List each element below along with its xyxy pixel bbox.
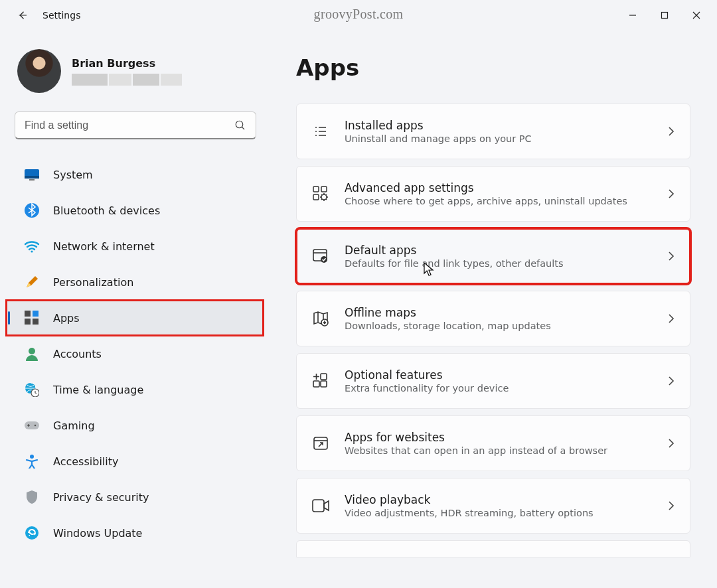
sidebar-item-label: Accessibility <box>53 455 118 468</box>
maximize-button[interactable] <box>649 5 680 25</box>
svg-rect-27 <box>313 381 319 387</box>
avatar <box>17 49 61 93</box>
sidebar-item-apps[interactable]: Apps <box>7 301 263 335</box>
wifi-icon <box>24 238 40 254</box>
apps-icon <box>24 310 40 326</box>
svg-rect-21 <box>321 186 327 192</box>
shield-icon <box>24 489 40 505</box>
sidebar-item-label: Windows Update <box>53 527 142 540</box>
card-offline-maps[interactable]: Offline maps Downloads, storage location… <box>296 291 690 346</box>
page-title: Apps <box>296 54 690 81</box>
globe-clock-icon <box>24 382 40 398</box>
maximize-icon <box>661 11 669 19</box>
svg-rect-15 <box>25 421 39 429</box>
paintbrush-icon <box>24 274 40 290</box>
svg-point-18 <box>30 455 34 459</box>
search-box[interactable] <box>15 111 256 139</box>
sidebar-item-update[interactable]: Windows Update <box>11 516 258 550</box>
bluetooth-icon <box>24 202 40 218</box>
sidebar-nav: System Bluetooth & devices Network & int… <box>11 157 263 551</box>
search-input[interactable] <box>25 119 234 131</box>
sidebar-item-system[interactable]: System <box>11 157 258 192</box>
sidebar-item-label: Apps <box>53 312 80 325</box>
svg-point-7 <box>31 250 33 252</box>
svg-rect-1 <box>662 13 668 19</box>
svg-rect-28 <box>321 381 327 387</box>
sidebar-item-label: System <box>53 169 93 181</box>
card-title: Video playback <box>345 493 653 506</box>
accessibility-icon <box>24 453 40 469</box>
svg-rect-8 <box>25 311 31 317</box>
sidebar-item-network[interactable]: Network & internet <box>11 229 258 263</box>
card-advanced-app-settings[interactable]: Advanced app settings Choose where to ge… <box>296 166 690 222</box>
svg-rect-30 <box>314 437 327 449</box>
chevron-right-icon <box>667 188 675 200</box>
svg-point-12 <box>29 348 35 354</box>
svg-rect-5 <box>29 179 35 181</box>
svg-rect-29 <box>321 374 327 380</box>
chevron-right-icon <box>667 437 675 449</box>
card-subtitle: Choose where to get apps, archive apps, … <box>345 196 653 206</box>
system-icon <box>24 167 40 183</box>
card-title: Optional features <box>345 368 653 382</box>
main-content: Apps Installed apps Uninstall and manage… <box>263 31 717 588</box>
profile-block[interactable]: Brian Burgess <box>17 49 263 93</box>
back-button[interactable] <box>11 3 35 27</box>
chevron-right-icon <box>667 250 675 262</box>
sidebar-item-label: Network & internet <box>53 240 155 253</box>
sidebar-item-bluetooth[interactable]: Bluetooth & devices <box>11 193 258 228</box>
svg-rect-31 <box>313 500 324 512</box>
minimize-button[interactable] <box>617 5 648 25</box>
svg-rect-11 <box>33 319 39 325</box>
svg-rect-22 <box>313 194 319 200</box>
sidebar-item-gaming[interactable]: Gaming <box>11 408 258 443</box>
svg-point-2 <box>236 121 243 128</box>
card-subtitle: Downloads, storage location, map updates <box>345 321 653 331</box>
card-apps-for-websites[interactable]: Apps for websites Websites that can open… <box>296 415 690 471</box>
card-startup-partial[interactable]: Startup <box>296 540 690 557</box>
card-title: Offline maps <box>345 306 653 319</box>
sidebar-item-privacy[interactable]: Privacy & security <box>11 480 258 514</box>
card-video-playback[interactable]: Video playback Video adjustments, HDR st… <box>296 478 690 534</box>
card-installed-apps[interactable]: Installed apps Uninstall and manage apps… <box>296 104 690 159</box>
svg-rect-4 <box>25 176 39 179</box>
window-link-icon <box>311 434 330 453</box>
sidebar-item-accounts[interactable]: Accounts <box>11 336 258 371</box>
sidebar: Brian Burgess System Bluetooth & devices… <box>11 31 263 588</box>
chevron-right-icon <box>667 125 675 137</box>
card-title: Apps for websites <box>345 431 653 444</box>
card-title: Advanced app settings <box>345 181 653 194</box>
sidebar-item-time[interactable]: Time & language <box>11 372 258 407</box>
card-default-apps[interactable]: Default apps Defaults for file and link … <box>296 228 690 284</box>
card-subtitle: Extra functionality for your device <box>345 383 653 394</box>
profile-email-redacted <box>72 74 182 86</box>
card-title: Installed apps <box>345 119 653 132</box>
video-icon <box>311 496 330 515</box>
grid-plus-icon <box>311 372 330 390</box>
list-icon <box>311 122 330 141</box>
map-download-icon <box>311 309 330 328</box>
update-icon <box>24 525 40 541</box>
grid-gear-icon <box>311 184 330 203</box>
gamepad-icon <box>24 417 40 433</box>
svg-rect-9 <box>33 311 39 317</box>
window-check-icon <box>311 247 330 265</box>
close-button[interactable] <box>681 5 712 25</box>
chevron-right-icon <box>667 313 675 325</box>
card-subtitle: Defaults for file and link types, other … <box>345 258 653 269</box>
sidebar-item-label: Time & language <box>53 384 143 396</box>
search-icon <box>234 119 246 131</box>
arrow-left-icon <box>17 9 29 21</box>
svg-point-17 <box>35 425 37 427</box>
sidebar-item-label: Bluetooth & devices <box>53 204 160 217</box>
svg-rect-20 <box>313 186 319 192</box>
sidebar-item-label: Personalization <box>53 276 133 289</box>
card-optional-features[interactable]: Optional features Extra functionality fo… <box>296 353 690 409</box>
chevron-right-icon <box>667 500 675 512</box>
sidebar-item-personalization[interactable]: Personalization <box>11 265 258 299</box>
card-title: Default apps <box>345 244 653 257</box>
sidebar-item-label: Accounts <box>53 348 102 360</box>
svg-point-19 <box>25 526 39 540</box>
sidebar-item-label: Privacy & security <box>53 491 149 504</box>
sidebar-item-accessibility[interactable]: Accessibility <box>11 444 258 478</box>
